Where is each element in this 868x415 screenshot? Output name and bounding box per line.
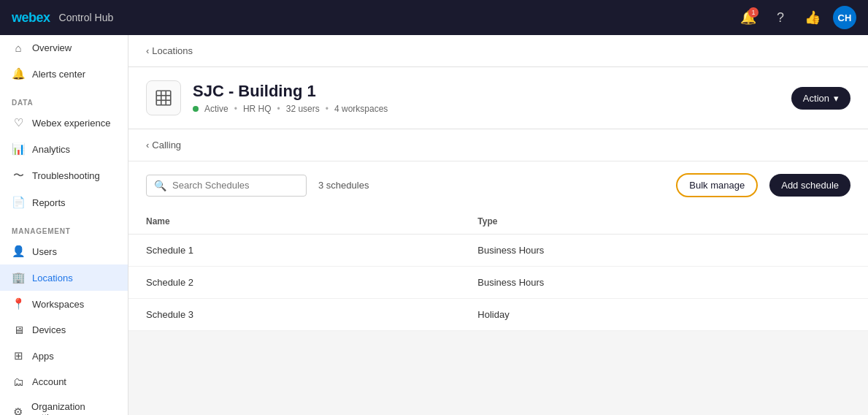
sidebar: ⌂ Overview 🔔 Alerts center DATA ♡ Webex … <box>0 35 128 415</box>
schedule-name: Schedule 2 <box>128 267 460 299</box>
search-box[interactable]: 🔍 <box>146 175 307 197</box>
sidebar-item-analytics[interactable]: 📊 Analytics <box>0 136 128 162</box>
sidebar-item-apps[interactable]: ⊞ Apps <box>0 343 128 369</box>
sidebar-section-management: MANAGEMENT <box>0 216 128 238</box>
location-name: SJC - Building 1 <box>193 82 388 101</box>
notification-badge: 1 <box>748 7 758 18</box>
chevron-left-icon: ‹ <box>146 140 149 151</box>
sidebar-item-label: Troubleshooting <box>32 170 100 181</box>
main-layout: ⌂ Overview 🔔 Alerts center DATA ♡ Webex … <box>0 35 868 415</box>
sidebar-item-label: Analytics <box>32 144 70 155</box>
location-meta: Active • HR HQ • 32 users • 4 workspaces <box>193 104 388 114</box>
breadcrumb-back-button[interactable]: ‹ Locations <box>146 45 193 56</box>
location-header-left: SJC - Building 1 Active • HR HQ • 32 use… <box>146 80 388 115</box>
add-schedule-button[interactable]: Add schedule <box>769 174 850 197</box>
main-content: ‹ Locations SJC - Building 1 <box>128 35 868 415</box>
calling-label: Calling <box>152 140 181 151</box>
sidebar-item-alerts[interactable]: 🔔 Alerts center <box>0 61 128 87</box>
reports-icon: 📄 <box>12 196 25 209</box>
top-navigation: webex Control Hub 🔔 1 ? 👍 CH <box>0 0 868 35</box>
sidebar-item-account[interactable]: 🗂 Account <box>0 369 128 395</box>
svg-rect-0 <box>156 91 171 105</box>
sidebar-item-locations[interactable]: 🏢 Locations <box>0 264 128 291</box>
search-schedules-input[interactable] <box>172 180 299 191</box>
schedules-count: 3 schedules <box>318 180 664 191</box>
search-icon: 🔍 <box>154 180 166 191</box>
col-type: Type <box>460 209 868 235</box>
breadcrumb-label: Locations <box>152 45 193 56</box>
schedule-type: Business Hours <box>460 267 868 299</box>
sidebar-item-label: Reports <box>32 197 66 208</box>
schedule-name: Schedule 3 <box>128 299 460 331</box>
building-icon <box>146 80 181 115</box>
status-dot <box>193 106 199 112</box>
table-row[interactable]: Schedule 1 Business Hours <box>128 235 868 267</box>
table-header-row: Name Type <box>128 209 868 235</box>
schedule-name: Schedule 1 <box>128 235 460 267</box>
devices-icon: 🖥 <box>12 324 25 336</box>
location-department: HR HQ <box>243 104 272 114</box>
app-name-label: Control Hub <box>59 12 114 23</box>
chevron-left-icon: ‹ <box>146 45 149 56</box>
schedules-toolbar: 🔍 3 schedules Bulk manage Add schedule <box>128 161 868 209</box>
schedule-type: Holiday <box>460 299 868 331</box>
overview-icon: ⌂ <box>12 42 25 54</box>
users-icon: 👤 <box>12 245 25 258</box>
bell-icon: 🔔 <box>12 67 25 80</box>
thumbsup-icon: 👍 <box>804 9 821 26</box>
bulk-manage-button[interactable]: Bulk manage <box>676 173 758 197</box>
schedule-type: Business Hours <box>460 235 868 267</box>
location-status: Active <box>204 104 228 114</box>
breadcrumb-bar: ‹ Locations <box>128 35 868 67</box>
sidebar-item-label: Locations <box>32 273 73 283</box>
sidebar-item-label: Alerts center <box>32 69 85 80</box>
action-button-label: Action <box>803 93 829 104</box>
sidebar-item-troubleshooting[interactable]: 〜 Troubleshooting <box>0 162 128 189</box>
location-header: SJC - Building 1 Active • HR HQ • 32 use… <box>128 67 868 129</box>
troubleshoot-icon: 〜 <box>12 169 25 183</box>
table-row[interactable]: Schedule 3 Holiday <box>128 299 868 331</box>
location-info: SJC - Building 1 Active • HR HQ • 32 use… <box>193 82 388 114</box>
notifications-button[interactable]: 🔔 1 <box>737 6 760 29</box>
sidebar-item-label: Account <box>32 376 66 387</box>
sidebar-section-data: DATA <box>0 87 128 110</box>
location-users: 32 users <box>286 104 320 114</box>
sidebar-item-users[interactable]: 👤 Users <box>0 238 128 264</box>
sidebar-item-label: Organization settings <box>31 401 116 415</box>
col-name: Name <box>128 209 460 235</box>
sidebar-item-overview[interactable]: ⌂ Overview <box>0 35 128 61</box>
help-button[interactable]: ? <box>769 6 792 29</box>
table-row[interactable]: Schedule 2 Business Hours <box>128 267 868 299</box>
chevron-down-icon: ▾ <box>834 93 839 104</box>
sidebar-item-reports[interactable]: 📄 Reports <box>0 189 128 216</box>
help-icon: ? <box>777 10 784 26</box>
webex-wordmark: webex <box>12 10 50 26</box>
sidebar-item-label: Devices <box>32 324 66 335</box>
analytics-icon: 📊 <box>12 142 25 156</box>
content-inner: ‹ Calling 🔍 3 schedules Bulk manage Add … <box>128 129 868 331</box>
sidebar-item-label: Overview <box>32 42 72 53</box>
sidebar-item-webex-experience[interactable]: ♡ Webex experience <box>0 110 128 136</box>
feedback-button[interactable]: 👍 <box>801 6 824 29</box>
user-avatar-button[interactable]: CH <box>833 6 856 29</box>
schedules-table: Name Type Schedule 1 Business Hours Sche… <box>128 209 868 331</box>
account-icon: 🗂 <box>12 376 25 388</box>
location-workspaces: 4 workspaces <box>334 104 388 114</box>
locations-icon: 🏢 <box>12 271 25 284</box>
sidebar-item-label: Apps <box>32 351 54 362</box>
sub-breadcrumb: ‹ Calling <box>128 129 868 161</box>
sidebar-item-label: Webex experience <box>32 118 110 129</box>
apps-icon: ⊞ <box>12 349 25 362</box>
sidebar-item-label: Workspaces <box>32 299 84 310</box>
action-button[interactable]: Action ▾ <box>791 87 850 110</box>
topnav-icons: 🔔 1 ? 👍 CH <box>737 6 856 29</box>
sidebar-item-org-settings[interactable]: ⚙ Organization settings <box>0 395 128 415</box>
calling-back-button[interactable]: ‹ Calling <box>146 140 181 151</box>
sidebar-item-devices[interactable]: 🖥 Devices <box>0 317 128 343</box>
sidebar-item-label: Users <box>32 246 57 257</box>
brand-logo: webex Control Hub <box>12 10 113 26</box>
sidebar-item-workspaces[interactable]: 📍 Workspaces <box>0 291 128 317</box>
heart-icon: ♡ <box>12 116 25 129</box>
settings-icon: ⚙ <box>12 406 24 415</box>
workspaces-icon: 📍 <box>12 297 25 311</box>
